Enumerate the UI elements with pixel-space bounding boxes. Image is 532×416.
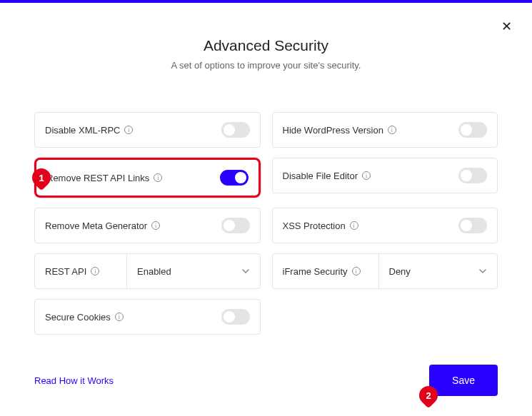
close-button[interactable]: ✕ — [501, 20, 512, 33]
info-icon[interactable]: i — [388, 126, 396, 134]
modal-header: Advanced Security A set of options to im… — [0, 37, 532, 71]
toggle-remove-meta-generator[interactable] — [221, 218, 250, 233]
option-iframe-security: iFrame Security i Deny — [272, 253, 498, 289]
option-xss-protection: XSS Protection i — [272, 208, 498, 243]
page-subtitle: A set of options to improve your site's … — [0, 60, 532, 71]
close-icon: ✕ — [501, 19, 512, 34]
option-hide-wp-version: Hide WordPress Version i — [272, 112, 498, 148]
info-icon[interactable]: i — [115, 313, 124, 321]
toggle-secure-cookies[interactable] — [221, 309, 250, 325]
info-icon[interactable]: i — [154, 173, 162, 182]
option-label: Disable File Editor — [283, 171, 358, 181]
option-disable-file-editor: Disable File Editor i — [272, 158, 498, 193]
options-grid: Disable XML-RPC i Hide WordPress Version… — [0, 112, 532, 335]
info-icon[interactable]: i — [352, 267, 361, 275]
option-rest-api: REST API i Enabled — [34, 253, 261, 289]
toggle-disable-file-editor[interactable] — [458, 168, 487, 183]
option-remove-rest-api-links: 1 Remove REST API Links i — [34, 158, 261, 198]
select-rest-api[interactable]: Enabled — [126, 254, 260, 288]
read-how-it-works-link[interactable]: Read How it Works — [34, 375, 114, 386]
select-iframe-security[interactable]: Deny — [378, 254, 498, 288]
modal-footer: Read How it Works Save 2 — [34, 365, 498, 396]
option-disable-xml-rpc: Disable XML-RPC i — [34, 112, 261, 148]
toggle-remove-rest-api-links[interactable] — [220, 170, 249, 186]
select-value: Enabled — [137, 266, 171, 277]
chevron-down-icon — [241, 267, 250, 275]
annotation-callout-2: 2 — [416, 382, 442, 409]
option-label: Hide WordPress Version — [283, 125, 383, 136]
info-icon[interactable]: i — [91, 267, 99, 275]
chevron-down-icon — [478, 267, 487, 275]
save-button[interactable]: Save 2 — [429, 365, 498, 396]
toggle-disable-xml-rpc[interactable] — [221, 122, 250, 138]
option-label: Remove REST API Links — [46, 173, 149, 183]
info-icon[interactable]: i — [362, 171, 371, 180]
option-label: Remove Meta Generator — [45, 220, 147, 231]
option-remove-meta-generator: Remove Meta Generator i — [34, 208, 261, 243]
page-title: Advanced Security — [0, 37, 532, 54]
option-label: Disable XML-RPC — [45, 125, 120, 136]
option-label: XSS Protection — [283, 220, 346, 231]
annotation-callout-1: 1 — [29, 165, 55, 191]
info-icon[interactable]: i — [124, 126, 133, 134]
info-icon[interactable]: i — [350, 221, 358, 230]
toggle-xss-protection[interactable] — [458, 218, 487, 233]
option-label: Secure Cookies — [45, 312, 111, 323]
toggle-hide-wp-version[interactable] — [458, 122, 487, 138]
option-secure-cookies: Secure Cookies i — [34, 299, 261, 335]
select-value: Deny — [389, 266, 411, 277]
option-label: iFrame Security — [283, 266, 348, 277]
option-label: REST API — [45, 266, 86, 277]
info-icon[interactable]: i — [151, 221, 160, 230]
top-accent-bar — [0, 0, 532, 3]
